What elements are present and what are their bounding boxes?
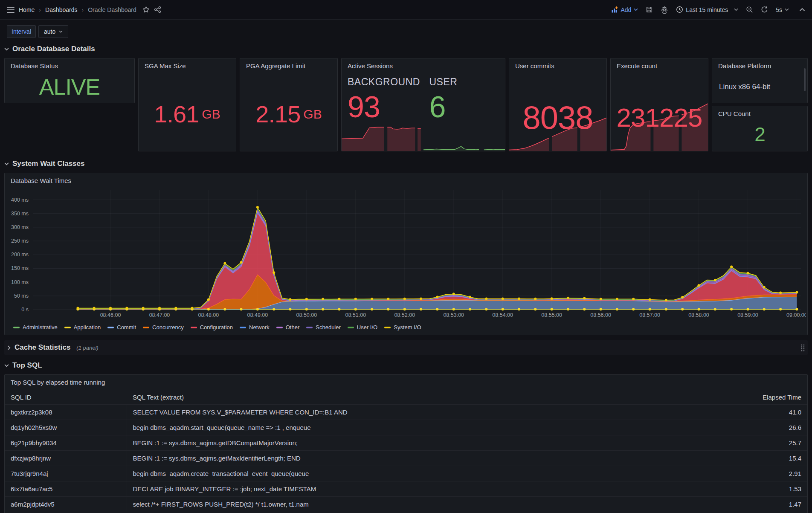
menu-icon[interactable] [7, 7, 14, 13]
pga-unit: GB [303, 108, 322, 121]
legend-label: User I/O [357, 324, 377, 330]
column-header-sql-text[interactable]: SQL Text (extract) [127, 390, 669, 405]
background-label: BACKGROUND [348, 76, 423, 88]
user-value: 6 [429, 92, 505, 122]
legend-label: Configuration [200, 324, 233, 330]
panel-title[interactable]: Top SQL by elapsed time running [5, 375, 807, 390]
table-cell: 6tx7ta6au7ac5 [5, 481, 127, 497]
legend-item[interactable]: Configuration [191, 324, 233, 330]
table-row: a6m2pjdpt4dv5select /*+ FIRST_ROWS PUSH_… [5, 497, 807, 512]
table-cell: a6m2pjdpt4dv5 [5, 497, 127, 512]
svg-text:08:46:00: 08:46:00 [100, 312, 121, 318]
legend-swatch [384, 327, 391, 328]
add-chart-icon [611, 6, 618, 13]
add-panel-button[interactable]: Add [611, 6, 638, 13]
panel-title[interactable]: Active Sessions [342, 58, 505, 71]
legend-item[interactable]: Concurrency [143, 324, 184, 330]
chevron-down-icon [4, 363, 9, 368]
table-cell: dq1yh02h5xs0w [5, 420, 127, 435]
column-header-sql-id[interactable]: SQL ID [5, 390, 127, 405]
legend-item[interactable]: User I/O [348, 324, 377, 330]
table-row: 6g21p9bhy9034BEGIN :1 := sys.dbms_aqjms.… [5, 435, 807, 451]
legend-swatch [306, 327, 313, 328]
legend-item[interactable]: Commit [107, 324, 136, 330]
drag-handle-icon[interactable] [800, 344, 805, 351]
interval-variable-value: auto [44, 28, 55, 35]
panel-sga-max-size: SGA Max Size 1.61 GB [138, 58, 236, 151]
section-system-wait-classes[interactable]: System Wait Classes [4, 157, 808, 170]
refresh-icon[interactable] [761, 6, 768, 13]
table-cell: 1.53 [669, 481, 807, 497]
table-cell: select /*+ FIRST_ROWS PUSH_PRED(t2) */ t… [127, 497, 669, 512]
interval-variable-dropdown[interactable]: auto [38, 25, 68, 38]
section-top-sql[interactable]: Top SQL [4, 359, 808, 372]
svg-text:09:00:00: 09:00:00 [786, 312, 806, 318]
legend-item[interactable]: Network [240, 324, 270, 330]
breadcrumb-separator [82, 6, 84, 13]
svg-text:08:53:00: 08:53:00 [443, 312, 464, 318]
panel-title[interactable]: User commits [509, 58, 606, 71]
panel-title[interactable]: Execute count [611, 58, 708, 71]
svg-text:250 ms: 250 ms [11, 238, 29, 244]
pga-value: 2.15 [255, 102, 300, 126]
panel-cpu-count: CPU Count 2 [712, 106, 808, 151]
legend-swatch [240, 327, 246, 328]
user-label: USER [429, 76, 505, 88]
svg-text:08:49:00: 08:49:00 [247, 312, 268, 318]
save-dashboard-icon[interactable] [646, 6, 653, 13]
interval-variable-label: Interval [7, 25, 36, 38]
breadcrumb-dashboards[interactable]: Dashboards [45, 6, 78, 13]
section-cache-statistics[interactable]: Cache Statistics (1 panel) [4, 340, 808, 355]
section-title: Top SQL [12, 361, 42, 370]
table-cell: 2.91 [669, 466, 807, 481]
panel-title[interactable]: Database Wait Times [5, 173, 807, 186]
collapse-topbar-icon[interactable] [799, 8, 805, 12]
table-cell: 1.47 [669, 497, 807, 512]
legend-item[interactable]: Administrative [13, 324, 58, 330]
table-cell: BEGIN :1 := sys.dbms_aqjms.getDBCompatMa… [127, 435, 669, 451]
panel-title[interactable]: PGA Aggregate Limit [240, 58, 337, 71]
svg-text:100 ms: 100 ms [11, 279, 29, 285]
table-cell: 6g21p9bhy9034 [5, 435, 127, 451]
legend-item[interactable]: Scheduler [306, 324, 341, 330]
legend-item[interactable]: Other [276, 324, 300, 330]
column-header-elapsed-time[interactable]: Elapsed Time [669, 390, 807, 405]
panel-execute-count: Execute count 231225 [610, 58, 708, 151]
section-oracle-database-details[interactable]: Oracle Database Details [4, 43, 808, 55]
legend-swatch [13, 327, 20, 328]
legend-label: Network [249, 324, 270, 330]
database-status-value: ALIVE [39, 76, 100, 98]
legend-item[interactable]: System I/O [384, 324, 421, 330]
svg-text:08:50:00: 08:50:00 [296, 312, 317, 318]
refresh-interval-picker[interactable]: 5s [776, 6, 789, 13]
legend-item[interactable]: Application [64, 324, 101, 330]
stat-panels-row: Database Status ALIVE SGA Max Size 1.61 … [4, 58, 808, 151]
table-cell: SELECT VALUE FROM SYS.V_$PARAMETER WHERE… [127, 405, 669, 420]
table-cell: BEGIN :1 := sys.dbms_aqjms.getMaxIdentif… [127, 451, 669, 466]
svg-text:400 ms: 400 ms [11, 197, 29, 203]
svg-text:08:47:00: 08:47:00 [149, 312, 170, 318]
time-range-picker[interactable]: Last 15 minutes [676, 6, 738, 13]
breadcrumb-home[interactable]: Home [19, 6, 35, 13]
star-icon[interactable] [142, 6, 150, 13]
share-icon[interactable] [154, 6, 161, 13]
legend-swatch [107, 327, 114, 328]
chevron-right-icon [7, 345, 11, 350]
top-sql-table: SQL ID SQL Text (extract) Elapsed Time b… [5, 390, 807, 512]
panel-title[interactable]: Database Platform [712, 58, 807, 71]
topsql-table-body: bgxtkrz2p3k08SELECT VALUE FROM SYS.V_$PA… [5, 405, 807, 512]
panel-database-wait-times: Database Wait Times 0 s50 ms100 ms150 ms… [4, 173, 808, 335]
database-platform-value: Linux x86 64-bit [712, 71, 807, 103]
scrollbar[interactable] [804, 68, 806, 91]
panel-title[interactable]: Database Status [5, 58, 134, 71]
user-sparkline [423, 142, 505, 151]
settings-gear-icon[interactable] [661, 6, 668, 14]
execute-count-value: 231225 [617, 104, 702, 131]
breadcrumb-current-dashboard: Oracle Dashboard [88, 6, 136, 13]
panel-count-badge: (1 panel) [76, 345, 98, 351]
zoom-out-icon[interactable] [746, 6, 753, 13]
dashboard-variables-bar: Interval auto [0, 20, 812, 42]
background-value: 93 [348, 92, 423, 122]
panel-title[interactable]: SGA Max Size [139, 58, 236, 71]
legend-label: System I/O [394, 324, 421, 330]
